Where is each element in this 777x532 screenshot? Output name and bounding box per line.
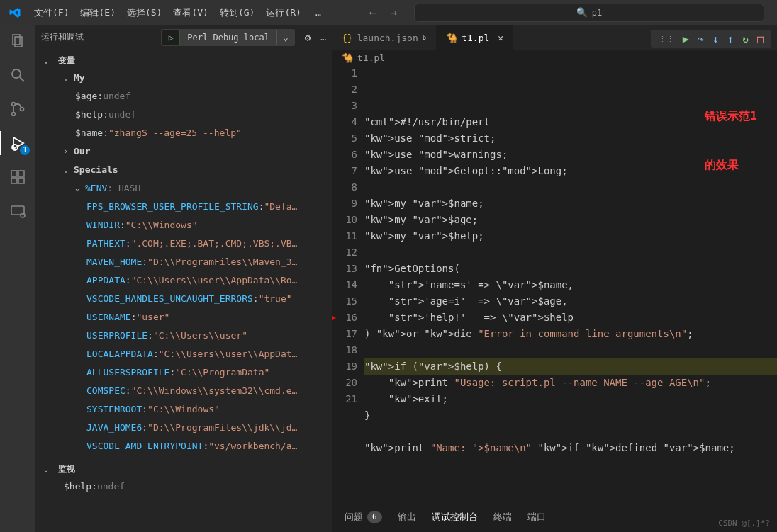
bottom-panel: 问题6输出调试控制台终端端口 (332, 504, 777, 532)
explorer-icon[interactable] (9, 32, 27, 50)
editor-tabs: {}launch.json 6🐪t1.pl✕ ⋮⋮ ▶ ↷ ↓ ↑ ↻ □ (332, 25, 777, 50)
step-over-button[interactable]: ↷ (695, 33, 706, 45)
chevron-down-icon[interactable]: ⌄ (276, 30, 294, 45)
panel-tab[interactable]: 输出 (398, 511, 416, 526)
debug-title: 运行和调试 (41, 31, 84, 43)
debug-config-name: Perl-Debug local (180, 33, 276, 43)
annotation-overlay: 错误示范1 的效果 (705, 75, 757, 205)
env-variable-row[interactable]: VSCODE_AMD_ENTRYPOINT: "vs/workbench/a… (35, 437, 332, 455)
svg-point-2 (12, 69, 21, 78)
restart-button[interactable]: ↻ (740, 33, 751, 45)
svg-rect-10 (18, 171, 24, 176)
svg-point-6 (21, 108, 24, 111)
search-icon: 🔍 (576, 7, 588, 18)
remote-icon[interactable] (9, 202, 27, 220)
debug-sidebar: 运行和调试 ▷ Perl-Debug local ⌄ ⚙ … ⌄变量 ⌄My $… (35, 25, 332, 532)
menu-item[interactable]: 查看(V) (167, 4, 213, 22)
activity-bar: 1 (0, 25, 35, 532)
code-editor[interactable]: 123456789101112131415161718192021 错误示范1 … (332, 65, 777, 504)
more-actions-icon[interactable]: … (320, 32, 326, 43)
panel-tab[interactable]: 问题6 (345, 511, 382, 526)
scope-my[interactable]: ⌄My (35, 69, 332, 87)
gear-icon[interactable]: ⚙ (301, 32, 315, 43)
vscode-logo-icon (9, 6, 21, 19)
env-variable-row[interactable]: SYSTEMROOT: "C:\\Windows" (35, 400, 332, 419)
env-variable-row[interactable]: JAVA_HOME6: "D:\\ProgramFiles\\jdk\\jd… (35, 419, 332, 437)
env-variable-row[interactable]: VSCODE_HANDLES_UNCAUGHT_ERRORS: "true" (35, 290, 332, 308)
env-variable-row[interactable]: LOCALAPPDATA: "C:\\Users\\user\\AppDat… (35, 345, 332, 363)
command-center-search[interactable]: 🔍 p1 (414, 4, 764, 22)
env-variable-row[interactable]: FPS_BROWSER_USER_PROFILE_STRING: "Defa… (35, 198, 332, 216)
nav-forward-icon[interactable]: → (390, 6, 397, 19)
svg-line-3 (20, 77, 24, 81)
scope-our[interactable]: ›Our (35, 142, 332, 161)
variable-row[interactable]: $age: undef (35, 87, 332, 106)
start-debug-button[interactable]: ▷ (162, 30, 180, 45)
menu-overflow-icon[interactable]: … (310, 4, 327, 21)
svg-point-4 (12, 103, 16, 106)
source-control-icon[interactable] (9, 100, 27, 118)
menu-item[interactable]: 运行(R) (260, 4, 306, 22)
breadcrumb[interactable]: 🐪 t1.pl (332, 50, 777, 65)
step-out-button[interactable]: ↑ (725, 33, 736, 45)
svg-rect-9 (11, 171, 17, 176)
search-placeholder: p1 (592, 8, 602, 18)
perl-file-icon: 🐪 (342, 52, 353, 63)
env-variable-row[interactable]: PATHEXT: ".COM;.EXE;.BAT;.CMD;.VBS;.VB… (35, 234, 332, 253)
debug-config-selector[interactable]: ▷ Perl-Debug local ⌄ (161, 29, 294, 46)
step-into-button[interactable]: ↓ (710, 33, 721, 45)
env-variable-row[interactable]: MAVEN_HOME: "D:\\ProgramFiles\\Maven_3… (35, 253, 332, 271)
run-debug-icon[interactable]: 1 (9, 134, 27, 152)
svg-point-14 (21, 213, 25, 217)
panel-tab[interactable]: 终端 (493, 511, 512, 526)
editor-tab[interactable]: {}launch.json 6 (332, 25, 436, 50)
menu-item[interactable]: 编辑(E) (74, 4, 121, 22)
search-activity-icon[interactable] (9, 66, 27, 84)
editor-tab[interactable]: 🐪t1.pl✕ (436, 25, 513, 50)
menu-item[interactable]: 选择(S) (121, 4, 167, 22)
toolbar-grip-icon[interactable]: ⋮⋮ (656, 35, 676, 44)
env-variable-row[interactable]: APPDATA: "C:\\Users\\user\\AppData\\Ro… (35, 271, 332, 290)
svg-rect-11 (11, 178, 17, 183)
title-bar: 文件(F)编辑(E)选择(S)查看(V)转到(G)运行(R) … ← → 🔍 p… (0, 0, 777, 25)
env-variable-row[interactable]: WINDIR: "C:\\Windows" (35, 216, 332, 234)
panel-tab[interactable]: 调试控制台 (432, 511, 478, 526)
watch-row[interactable]: $help: undef (35, 477, 332, 496)
variable-row[interactable]: $help: undef (35, 106, 332, 124)
svg-rect-1 (15, 37, 22, 47)
watch-section[interactable]: ⌄监视 (35, 461, 332, 477)
panel-tab[interactable]: 端口 (527, 511, 546, 526)
close-icon[interactable]: ✕ (498, 33, 503, 43)
variables-section[interactable]: ⌄变量 (35, 52, 332, 69)
env-hash[interactable]: ⌄%ENV: HASH (35, 179, 332, 198)
env-variable-row[interactable]: COMSPEC: "C:\\Windows\\system32\\cmd.e… (35, 382, 332, 400)
editor-pane: {}launch.json 6🐪t1.pl✕ ⋮⋮ ▶ ↷ ↓ ↑ ↻ □ 🐪 … (332, 25, 777, 532)
svg-point-5 (12, 113, 16, 116)
debug-toolbar: ⋮⋮ ▶ ↷ ↓ ↑ ↻ □ (651, 30, 771, 48)
watermark: CSDN @[.]*? (718, 519, 770, 528)
variable-row[interactable]: $name: "zhangS --age=25 --help" (35, 124, 332, 142)
nav-back-icon[interactable]: ← (369, 6, 376, 19)
menu-item[interactable]: 文件(F) (28, 4, 74, 22)
menu-item[interactable]: 转到(G) (214, 4, 260, 22)
env-variable-row[interactable]: USERPROFILE: "C:\\Users\\user" (35, 327, 332, 345)
scope-specials[interactable]: ⌄Specials (35, 161, 332, 179)
svg-rect-12 (18, 178, 24, 183)
continue-button[interactable]: ▶ (681, 33, 691, 45)
debug-badge: 1 (20, 145, 30, 155)
svg-rect-0 (13, 35, 20, 45)
stop-button[interactable]: □ (755, 33, 766, 45)
debug-header: 运行和调试 ▷ Perl-Debug local ⌄ ⚙ … (35, 25, 332, 50)
env-variable-row[interactable]: USERNAME: "user" (35, 308, 332, 327)
extensions-icon[interactable] (9, 168, 27, 186)
env-variable-row[interactable]: ALLUSERSPROFILE: "C:\\ProgramData" (35, 363, 332, 382)
